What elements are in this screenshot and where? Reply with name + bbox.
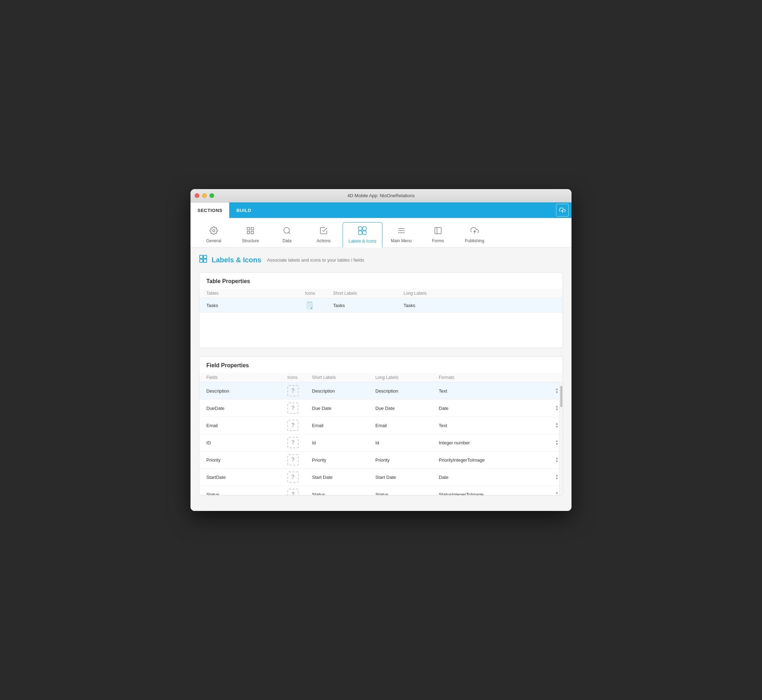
field-short-priority[interactable]: Priority [312, 458, 375, 462]
field-properties-section: Field Properties Fields Icons Short Labe… [199, 356, 563, 495]
icon-placeholder[interactable]: ? [287, 454, 298, 466]
table-row[interactable]: Tasks 🗒️ Tasks Tasks [199, 298, 563, 312]
labels-icons-icon [358, 226, 367, 237]
field-row-startdate[interactable]: StartDate ? Start Date Start Date Date ▲… [199, 469, 563, 486]
field-name-status: Status [206, 492, 287, 495]
minimize-button[interactable] [202, 193, 207, 198]
svg-rect-8 [358, 227, 362, 230]
field-row-status[interactable]: Status ? Status Status StatusIntegerToIm… [199, 486, 563, 495]
page-description: Associate labels and icons to your table… [267, 258, 364, 262]
row-icon[interactable]: 🗒️ [305, 301, 333, 309]
table-properties-header: Tables Icons Short Labels Long Labels [199, 289, 563, 298]
row-long-label[interactable]: Tasks [404, 303, 563, 308]
format-email[interactable]: Text ▲▼ [439, 422, 563, 428]
field-icon-id[interactable]: ? [287, 437, 312, 448]
nav-build[interactable]: BUILD [229, 203, 258, 218]
field-long-startdate[interactable]: Start Date [375, 475, 439, 480]
data-icon [283, 227, 291, 236]
field-icon-priority[interactable]: ? [287, 454, 312, 466]
field-long-description[interactable]: Description [375, 388, 439, 394]
tasks-icon: 🗒️ [305, 302, 314, 309]
general-icon [209, 227, 218, 236]
field-short-id[interactable]: Id [312, 440, 375, 445]
field-col-fields: Fields [206, 375, 287, 380]
format-arrows: ▲▼ [555, 422, 559, 428]
tab-forms[interactable]: Forms [420, 222, 456, 247]
field-row-id[interactable]: ID ? Id Id Integer number ▲▼ [199, 434, 563, 452]
field-short-description[interactable]: Description [312, 388, 375, 394]
field-short-duedate[interactable]: Due Date [312, 406, 375, 411]
format-status[interactable]: StatusIntegerToImage ▲▼ [439, 491, 563, 495]
field-icon-email[interactable]: ? [287, 420, 312, 431]
field-icon-duedate[interactable]: ? [287, 403, 312, 414]
close-button[interactable] [195, 193, 199, 198]
field-table-wrapper: Description ? Description Description Te… [199, 383, 563, 495]
format-duedate[interactable]: Date ▲▼ [439, 405, 563, 411]
row-short-label[interactable]: Tasks [333, 303, 404, 308]
tab-structure[interactable]: Structure [233, 222, 268, 247]
icon-placeholder[interactable]: ? [287, 385, 298, 397]
field-row-description[interactable]: Description ? Description Description Te… [199, 383, 563, 400]
tab-actions[interactable]: Actions [306, 222, 341, 247]
field-short-startdate[interactable]: Start Date [312, 475, 375, 480]
table-properties-section: Table Properties Tables Icons Short Labe… [199, 272, 563, 348]
field-long-email[interactable]: Email [375, 423, 439, 428]
field-col-formats: Formats [439, 375, 563, 380]
tab-labels-icons[interactable]: Labels & Icons [343, 222, 383, 247]
window-controls [195, 193, 214, 198]
actions-icon [319, 227, 328, 236]
app-window: 4D Mobile App: NtoOneRelations SECTIONS … [190, 189, 572, 511]
structure-icon [246, 227, 255, 236]
field-name-email: Email [206, 423, 287, 428]
tab-labels-icons-label: Labels & Icons [348, 239, 376, 244]
table-col-long: Long Labels [404, 291, 563, 296]
field-long-id[interactable]: Id [375, 440, 439, 445]
tab-data[interactable]: Data [269, 222, 304, 247]
svg-rect-20 [200, 259, 203, 262]
icon-placeholder[interactable]: ? [287, 437, 298, 448]
field-name-startdate: StartDate [206, 475, 287, 480]
field-icon-status[interactable]: ? [287, 489, 312, 495]
format-description[interactable]: Text ▲▼ [439, 388, 563, 394]
svg-rect-19 [203, 255, 207, 258]
field-row-duedate[interactable]: DueDate ? Due Date Due Date Date ▲▼ [199, 400, 563, 417]
field-long-priority[interactable]: Priority [375, 458, 439, 462]
field-long-status[interactable]: Status [375, 492, 439, 495]
tab-general[interactable]: General [196, 222, 231, 247]
icon-placeholder[interactable]: ? [287, 472, 298, 483]
format-startdate[interactable]: Date ▲▼ [439, 474, 563, 480]
field-name-description: Description [206, 388, 287, 394]
icon-placeholder[interactable]: ? [287, 489, 298, 495]
tab-publishing[interactable]: Publishing [457, 222, 492, 247]
field-icon-startdate[interactable]: ? [287, 472, 312, 483]
scrollbar-track[interactable] [559, 383, 563, 495]
window-title: 4D Mobile App: NtoOneRelations [348, 193, 415, 198]
field-row-email[interactable]: Email ? Email Email Text ▲▼ [199, 417, 563, 434]
table-properties-title: Table Properties [199, 272, 563, 289]
format-id[interactable]: Integer number ▲▼ [439, 439, 563, 446]
maximize-button[interactable] [209, 193, 214, 198]
title-bar: 4D Mobile App: NtoOneRelations [190, 189, 572, 203]
svg-line-7 [289, 232, 290, 233]
tab-forms-label: Forms [432, 238, 444, 243]
page-title: Labels & Icons [212, 256, 261, 264]
icon-placeholder[interactable]: ? [287, 420, 298, 431]
format-arrows: ▲▼ [555, 405, 559, 411]
page-header-icon [199, 255, 208, 265]
svg-rect-2 [247, 228, 250, 230]
nav-sections[interactable]: SECTIONS [190, 203, 229, 218]
table-col-tables: Tables [206, 291, 305, 296]
field-icon-description[interactable]: ? [287, 385, 312, 397]
upload-button[interactable] [556, 204, 569, 217]
field-long-duedate[interactable]: Due Date [375, 406, 439, 411]
format-arrows: ▲▼ [555, 491, 559, 495]
svg-point-6 [284, 228, 289, 233]
field-short-status[interactable]: Status [312, 492, 375, 495]
format-priority[interactable]: PriorityIntegerToImage ▲▼ [439, 457, 563, 463]
field-row-priority[interactable]: Priority ? Priority Priority PriorityInt… [199, 452, 563, 469]
tab-main-menu[interactable]: Main Menu [384, 222, 419, 247]
icon-placeholder[interactable]: ? [287, 403, 298, 414]
field-col-short: Short Labels [312, 375, 375, 380]
field-short-email[interactable]: Email [312, 423, 375, 428]
format-arrows: ▲▼ [555, 439, 559, 446]
